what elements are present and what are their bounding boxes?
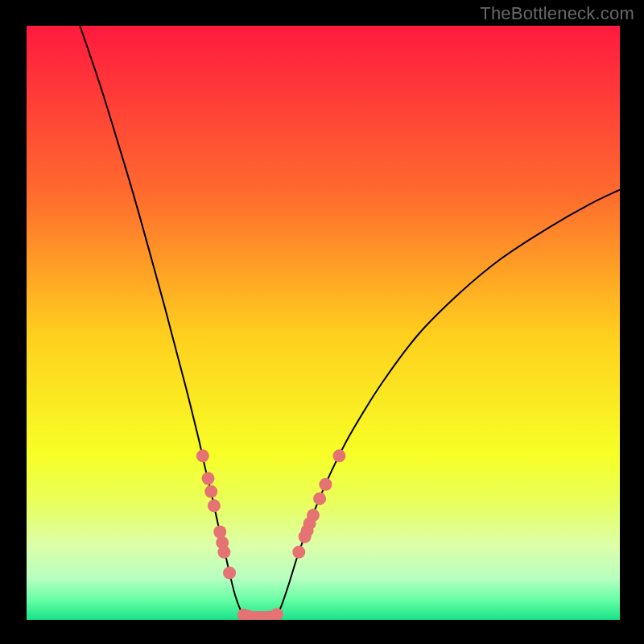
curve-marker bbox=[270, 608, 283, 621]
curve-marker bbox=[332, 449, 345, 462]
curve-marker bbox=[223, 567, 236, 580]
curve-marker bbox=[202, 472, 215, 485]
chart-container: { "watermark": "TheBottleneck.com", "cha… bbox=[0, 0, 644, 644]
curve-marker bbox=[292, 546, 305, 559]
curve-marker bbox=[319, 478, 332, 491]
bottleneck-chart bbox=[0, 0, 644, 644]
curve-marker bbox=[208, 499, 221, 512]
curve-marker bbox=[217, 546, 230, 559]
curve-marker bbox=[204, 485, 217, 498]
plot-background bbox=[27, 26, 620, 620]
curve-marker bbox=[313, 492, 326, 505]
curve-marker bbox=[307, 509, 320, 522]
curve-marker bbox=[196, 449, 209, 462]
curve-marker bbox=[213, 526, 226, 539]
watermark-text: TheBottleneck.com bbox=[480, 3, 634, 24]
